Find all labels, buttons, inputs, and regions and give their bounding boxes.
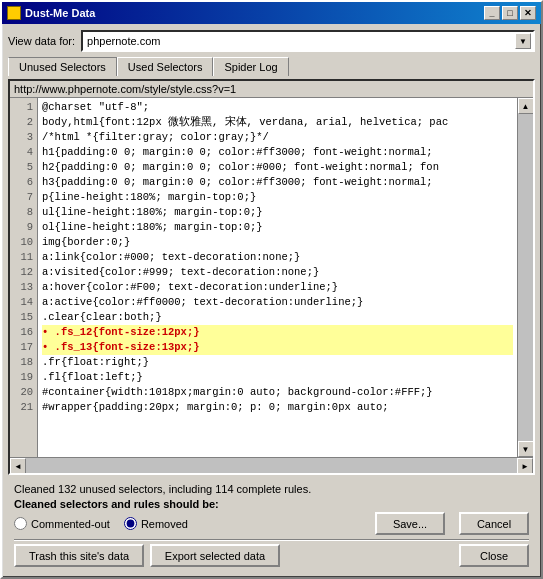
tab-unused-selectors[interactable]: Unused Selectors	[8, 57, 117, 76]
scroll-track-v	[518, 114, 533, 441]
horizontal-scrollbar[interactable]: ◄ ►	[10, 457, 533, 473]
code-panel-wrapper: 123456789101112131415161718192021 @chars…	[10, 98, 533, 457]
code-line: #wrapper{padding:20px; margin:0; p: 0; m…	[42, 400, 513, 415]
code-line: a:hover{color:#F00; text-decoration:unde…	[42, 280, 513, 295]
commented-out-label: Commented-out	[31, 518, 110, 530]
title-bar-text: Dust-Me Data	[7, 6, 95, 20]
scroll-right-button[interactable]: ►	[517, 458, 533, 474]
close-window-button[interactable]: ✕	[520, 6, 536, 20]
cancel-button[interactable]: Cancel	[459, 512, 529, 535]
scroll-up-button[interactable]: ▲	[518, 98, 534, 114]
commented-out-radio[interactable]	[14, 517, 27, 530]
removed-label: Removed	[141, 518, 188, 530]
dropdown-value: phpernote.com	[87, 35, 160, 47]
tab-spider-log[interactable]: Spider Log	[213, 57, 288, 76]
url-bar: http://www.phpernote.com/style/style.css…	[10, 81, 533, 98]
scroll-down-button[interactable]: ▼	[518, 441, 534, 457]
bottom-panel: Cleaned 132 unused selectors, including …	[8, 479, 535, 571]
site-dropdown[interactable]: phpernote.com ▼	[81, 30, 535, 52]
app-icon	[7, 6, 21, 20]
radio-removed: Removed	[124, 517, 188, 530]
title-bar: Dust-Me Data _ □ ✕	[2, 2, 541, 24]
tabs-row: Unused Selectors Used Selectors Spider L…	[8, 56, 535, 75]
code-area: 123456789101112131415161718192021 @chars…	[10, 98, 517, 457]
title-bar-buttons: _ □ ✕	[484, 6, 536, 20]
line-numbers: 123456789101112131415161718192021	[10, 98, 38, 457]
code-line: .clear{clear:both;}	[42, 310, 513, 325]
save-button[interactable]: Save...	[375, 512, 445, 535]
code-line: h1{padding:0 0; margin:0 0; color:#ff300…	[42, 145, 513, 160]
code-line: /*html *{filter:gray; color:gray;}*/	[42, 130, 513, 145]
code-lines[interactable]: @charset "utf-8"; body,html{font:12px 微软…	[38, 98, 517, 457]
code-line: #container{width:1018px;margin:0 auto; b…	[42, 385, 513, 400]
vertical-scrollbar[interactable]: ▲ ▼	[517, 98, 533, 457]
code-line: body,html{font:12px 微软雅黑, 宋体, verdana, a…	[42, 115, 513, 130]
tab-used-selectors[interactable]: Used Selectors	[117, 57, 214, 76]
radio-commented-out: Commented-out	[14, 517, 110, 530]
code-line: • .fs_12{font-size:12px;}	[42, 325, 513, 340]
separator	[14, 539, 529, 541]
code-panel: http://www.phpernote.com/style/style.css…	[8, 79, 535, 475]
status-text: Cleaned 132 unused selectors, including …	[14, 483, 529, 495]
code-line: h2{padding:0 0; margin:0 0; color:#000; …	[42, 160, 513, 175]
code-line: a:visited{color:#999; text-decoration:no…	[42, 265, 513, 280]
removed-radio[interactable]	[124, 517, 137, 530]
code-line: • .fs_13{font-size:13px;}	[42, 340, 513, 355]
scroll-left-button[interactable]: ◄	[10, 458, 26, 474]
code-line: a:active{color:#ff0000; text-decoration:…	[42, 295, 513, 310]
scroll-track-h	[26, 458, 517, 473]
code-line: .fr{float:right;}	[42, 355, 513, 370]
code-line: ul{line-height:180%; margin-top:0;}	[42, 205, 513, 220]
bottom-buttons-row: Trash this site's data Export selected d…	[14, 544, 529, 567]
final-close-button[interactable]: Close	[459, 544, 529, 567]
code-line: h3{padding:0 0; margin:0 0; color:#ff300…	[42, 175, 513, 190]
main-window: Dust-Me Data _ □ ✕ View data for: phpern…	[0, 0, 543, 579]
code-line: p{line-height:180%; margin-top:0;}	[42, 190, 513, 205]
view-for-label: View data for:	[8, 35, 75, 47]
maximize-button[interactable]: □	[502, 6, 518, 20]
minimize-button[interactable]: _	[484, 6, 500, 20]
code-line: ol{line-height:180%; margin-top:0;}	[42, 220, 513, 235]
view-for-row: View data for: phpernote.com ▼	[8, 30, 535, 52]
instruction-text: Cleaned selectors and rules should be:	[14, 498, 529, 510]
trash-button[interactable]: Trash this site's data	[14, 544, 144, 567]
code-line: a:link{color:#000; text-decoration:none;…	[42, 250, 513, 265]
window-title: Dust-Me Data	[25, 7, 95, 19]
dropdown-arrow-icon[interactable]: ▼	[515, 33, 531, 49]
radio-row: Commented-out Removed Save... Cancel	[14, 512, 529, 535]
window-content: View data for: phpernote.com ▼ Unused Se…	[2, 24, 541, 577]
code-line: @charset "utf-8";	[42, 100, 513, 115]
export-button[interactable]: Export selected data	[150, 544, 280, 567]
code-line: .fl{float:left;}	[42, 370, 513, 385]
code-line: img{border:0;}	[42, 235, 513, 250]
